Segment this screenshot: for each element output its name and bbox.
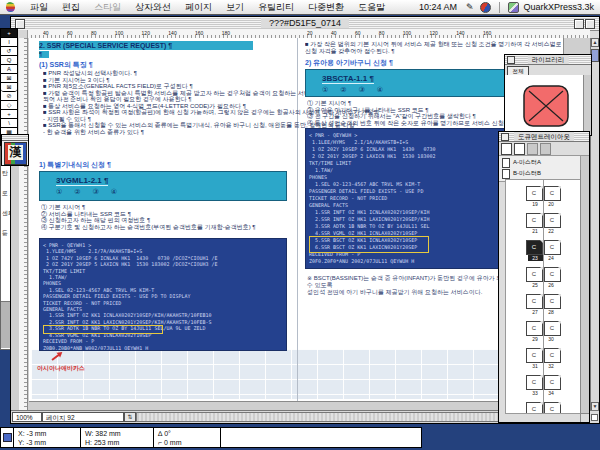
active-app-name[interactable]: QuarkXPress3.3k [523,2,600,12]
rotation-tool[interactable]: ↺ [1,47,17,56]
page-icon[interactable]: C [526,402,543,414]
line-tool[interactable]: \ [1,119,17,128]
master-page-icon [502,169,510,179]
palette-title-bar[interactable]: 라이브러리 [505,55,591,65]
height-value[interactable]: H: 253 mm [85,438,149,447]
close-box-icon[interactable] [501,133,509,141]
application-ball-icon[interactable] [480,2,491,13]
vertical-ruler [19,38,28,411]
spread-row[interactable]: CC 2526 [506,267,580,288]
page-icon[interactable]: C [526,267,543,282]
close-box-icon[interactable] [507,56,515,64]
spread-row[interactable]: CC 1920 [506,186,580,207]
x-position-value[interactable]: X: -3 mm [18,429,76,438]
page-number-field[interactable]: 페이지 92 [42,412,124,422]
command-example-box: 3VGML1-2.1 ¶ ① ② ③ ④ [39,171,287,201]
menu-help[interactable]: 도움말 [351,1,392,14]
palette-resize-grip[interactable] [580,413,589,422]
y-position-value[interactable]: Y: -3 mm [18,438,76,447]
menu-item-box-line[interactable]: 상자와선 [128,1,178,14]
page-icon[interactable]: C [544,375,561,390]
measurement-item-icon [3,433,12,442]
spread-row[interactable]: CC 2930 [506,321,580,342]
spread-row[interactable]: CC 2122 [506,213,580,234]
page-icon[interactable]: C [544,321,561,336]
library-scrollbar[interactable] [584,75,591,135]
page-popup-icon[interactable]: ⇅ [124,412,136,422]
width-value[interactable]: W: 382 mm [85,429,149,438]
page-icon[interactable]: C [544,240,561,255]
window-collapse-box-icon[interactable] [585,19,595,29]
library-item-red-picture-box[interactable] [523,85,569,127]
page-icon[interactable]: C [544,294,561,309]
menu-utilities[interactable]: 유틸리티 [251,1,301,14]
rotation-angle-value[interactable]: ∆ 0° [158,429,216,438]
window-title-bar[interactable]: ???#D51F5_0714 [11,17,599,31]
item-tool[interactable]: + [1,29,17,38]
command-entry: 3BSCTA-1.1 ¶ [322,74,374,84]
delete-icon[interactable] [540,143,551,155]
content-tool[interactable]: I [1,38,17,47]
master-page-icon [502,158,510,168]
scroll-up-arrow-icon[interactable]: ▲ [591,38,599,47]
spread-row[interactable]: CC [506,402,580,414]
menu-multi-convert[interactable]: 다중변환 [301,1,351,14]
command-markers: ① ② ③ ④ [56,188,122,196]
page-thumbnails-area: CC 1920 CC 2122 CC 2324 CC 2526 CC 2728 … [505,179,581,414]
page-icon[interactable]: C [544,402,561,414]
spread-row[interactable]: CC 3334 [506,375,580,396]
page-icon[interactable]: C [544,213,561,228]
orthogonal-line-tool[interactable]: + [1,110,17,119]
spread-row[interactable]: CC 2728 [506,294,580,315]
document-layout-palette: 도큐멘트레이아웃 A-마스터A B-마스터B CC 1920 [498,131,590,423]
menu-clock[interactable]: 10:24 AM [413,2,463,12]
highlight-box-bsct-lines [309,236,429,253]
rounded-picture-box-tool[interactable]: ⊠ [1,83,17,92]
spread-row[interactable]: CC 3132 [506,348,580,369]
oval-picture-box-tool[interactable]: ⊘ [1,92,17,101]
hanja-input-palette[interactable]: 漢 [1,134,29,166]
page-icon[interactable]: C [544,267,561,282]
corner-radius-value[interactable]: ⌐ 0 mm [158,438,216,447]
window-zoom-box-icon[interactable] [574,19,584,29]
menu-file[interactable]: 파일 [23,1,55,14]
page-icon[interactable]: C [526,321,543,336]
menu-style: 스타일 [87,1,128,14]
vertical-scroll-thumb[interactable] [591,49,599,62]
zoom-percentage-field[interactable]: 100% [12,412,42,422]
page-icon[interactable]: C [526,348,543,363]
layout-palette-scrollbar[interactable] [580,170,589,422]
page-icon[interactable]: C [526,213,543,228]
quarkxpress-app-icon[interactable] [508,2,519,13]
library-content [505,75,584,135]
master-row[interactable]: B-마스터B [499,168,589,179]
page-icon[interactable]: C [544,186,561,201]
page-icon[interactable]: C [544,348,561,363]
spread-row-selected[interactable]: CC 2324 [506,240,580,261]
page-icon[interactable]: C [526,294,543,309]
measurements-palette: X: -3 mm Y: -3 mm W: 382 mm H: 253 mm ∆ … [0,427,422,448]
rect-picture-box-tool[interactable]: ⊠ [1,74,17,83]
duplicate-icon[interactable] [527,143,538,155]
apple-menu-icon[interactable] [6,2,15,12]
library-palette: 라이브러리 전체 [504,54,592,136]
window-resize-grip[interactable] [589,410,599,423]
pen-status-icon[interactable]: ✎ [463,2,477,12]
highlight-box-ssr-line [43,325,163,334]
text-box-tool[interactable]: A [1,65,17,74]
menu-edit[interactable]: 편집 [55,1,87,14]
page-icon-selected[interactable]: C [526,240,543,255]
palette-title-bar[interactable]: 도큐멘트레이아웃 [499,132,589,142]
menu-view[interactable]: 보기 [219,1,251,14]
hanja-color-icon: 漢 [4,142,27,165]
background-text-fragment: 탄 [2,169,8,178]
menu-page[interactable]: 페이지 [178,1,219,14]
page-icon[interactable]: C [526,375,543,390]
polygon-picture-box-tool[interactable]: ◇ [1,101,17,110]
master-row[interactable]: A-마스터A [499,157,589,168]
zoom-tool[interactable]: Q [1,56,17,65]
menu-divider [499,2,500,13]
page-icon[interactable]: C [526,186,543,201]
blank-single-page-icon[interactable] [501,143,512,155]
blank-facing-page-icon[interactable] [514,143,525,155]
